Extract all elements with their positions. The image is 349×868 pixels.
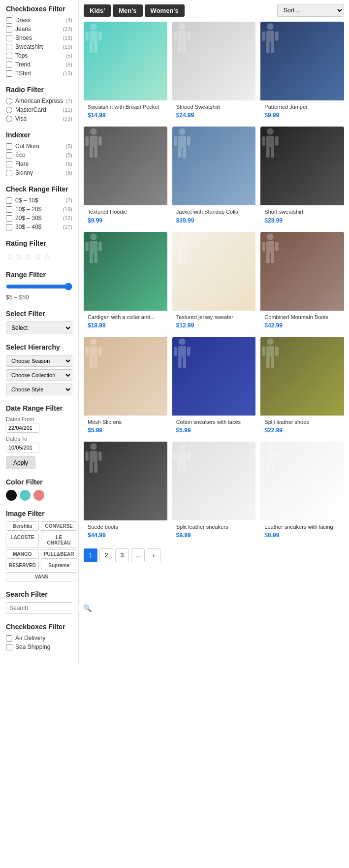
- product-card[interactable]: Sweatshirt with Breast Pocket$14.99: [84, 22, 167, 122]
- star-2[interactable]: ☆: [15, 251, 23, 262]
- hierarchy-select-1[interactable]: Choose CollectionCollection 1Collection …: [6, 369, 72, 381]
- product-image: [172, 337, 256, 416]
- checkboxes-filter2-section: Checkboxes Filter Air Delivery Sea Shipp…: [6, 623, 72, 650]
- checkbox-item[interactable]: TShirt (13): [6, 70, 72, 77]
- product-card[interactable]: Leather sneakers with lacing$8.99: [260, 442, 344, 542]
- brand-supreme[interactable]: Supreme: [41, 561, 77, 570]
- product-card[interactable]: Jacket with Standup Collar$39.99: [172, 127, 256, 226]
- search-input[interactable]: [9, 605, 83, 611]
- star-3[interactable]: ☆: [25, 251, 32, 262]
- brand-reserved[interactable]: RESERVED: [6, 561, 39, 570]
- star-4[interactable]: ☆: [34, 251, 42, 262]
- checkbox-input[interactable]: [6, 170, 12, 176]
- product-card[interactable]: Suede boots$44.99: [84, 442, 167, 542]
- product-card[interactable]: Combined Mountain Boots$42.99: [260, 232, 344, 332]
- checkbox-input[interactable]: [6, 17, 12, 24]
- checkbox-input[interactable]: [6, 644, 12, 650]
- checkbox-input[interactable]: [6, 224, 12, 230]
- color-swatch-pink[interactable]: [33, 490, 44, 501]
- checkbox-input[interactable]: [6, 635, 12, 642]
- checkbox-input[interactable]: [6, 161, 12, 167]
- product-name: Jacket with Standup Collar: [176, 208, 252, 215]
- page-btn-3[interactable]: 3: [115, 548, 129, 562]
- brand-vans[interactable]: VANS: [6, 572, 77, 581]
- date-from-input[interactable]: [6, 423, 39, 433]
- product-card[interactable]: Textured Hoodie$9.99: [84, 127, 167, 226]
- product-name: Textured Hoodie: [88, 208, 163, 215]
- sort-dropdown[interactable]: Sort...Price: Low to HighPrice: High to …: [277, 4, 344, 17]
- checkbox-input[interactable]: [6, 53, 12, 59]
- checkbox-item[interactable]: Jeans (23): [6, 26, 72, 32]
- checkbox-input[interactable]: [6, 206, 12, 213]
- brand-bershka[interactable]: Bershka: [6, 521, 39, 531]
- checkbox-item[interactable]: Dress (4): [6, 17, 72, 24]
- radio-input[interactable]: [6, 116, 12, 122]
- checkbox-input[interactable]: [6, 197, 12, 204]
- checkbox-input[interactable]: [6, 143, 12, 150]
- checkbox-item[interactable]: Sea Shipping: [6, 643, 72, 650]
- color-swatch-black[interactable]: [6, 490, 17, 501]
- apply-button[interactable]: Apply: [6, 456, 35, 469]
- brand-mango[interactable]: MANGO: [6, 549, 39, 559]
- svg-rect-46: [174, 242, 177, 251]
- product-card[interactable]: Split leather sneakers$9.99: [172, 442, 256, 542]
- checkbox-input[interactable]: [6, 152, 12, 159]
- star-5[interactable]: ☆: [43, 251, 51, 262]
- tab-mens[interactable]: Men's: [113, 4, 142, 17]
- page-next-btn[interactable]: ›: [147, 548, 160, 562]
- svg-rect-80: [178, 461, 182, 473]
- rating-stars[interactable]: ☆ ☆ ☆ ☆ ☆: [6, 251, 72, 262]
- checkbox-item[interactable]: 20$ – 30$ (12): [6, 215, 72, 222]
- hierarchy-select-2[interactable]: Choose StyleStyle 1Style 2: [6, 384, 72, 395]
- checkbox-item[interactable]: Cut Mom (5): [6, 143, 72, 150]
- checkbox-input[interactable]: [6, 62, 12, 68]
- radio-item[interactable]: Visa (13): [6, 115, 72, 122]
- checkbox-item[interactable]: Sweatshirt (13): [6, 43, 72, 50]
- brand-converse[interactable]: CONVERSE: [41, 521, 77, 531]
- product-card[interactable]: Textured jersey sweater$12.99: [172, 232, 256, 332]
- checkbox-item[interactable]: Tops (5): [6, 52, 72, 59]
- checkbox-item[interactable]: 10$ – 20$ (19): [6, 206, 72, 213]
- checkbox-item[interactable]: 0$ – 10$ (7): [6, 197, 72, 204]
- svg-rect-51: [271, 252, 275, 263]
- checkbox-item[interactable]: Flare (6): [6, 161, 72, 167]
- checkbox-item[interactable]: Skinny (8): [6, 169, 72, 176]
- range-slider[interactable]: [6, 283, 72, 290]
- checkbox-input[interactable]: [6, 215, 12, 222]
- brand-le-chateau[interactable]: LE CHATEAU: [41, 533, 77, 547]
- page-btn-1[interactable]: 1: [84, 548, 97, 562]
- date-to-input[interactable]: [6, 443, 39, 452]
- checkbox-item[interactable]: Air Delivery: [6, 635, 72, 642]
- page-btn-2[interactable]: 2: [99, 548, 113, 562]
- checkbox-item[interactable]: Trend (6): [6, 61, 72, 68]
- checkbox-input[interactable]: [6, 35, 12, 41]
- radio-input[interactable]: [6, 107, 12, 113]
- checkbox-input[interactable]: [6, 70, 12, 77]
- radio-item[interactable]: MasterCard (11): [6, 106, 72, 113]
- radio-item[interactable]: American Express (7): [6, 97, 72, 104]
- product-card[interactable]: Striped Sweatshirt$24.99: [172, 22, 256, 122]
- tab-womens[interactable]: Women's: [145, 4, 185, 17]
- checkbox-item[interactable]: Eco (5): [6, 152, 72, 159]
- checkbox-item[interactable]: Shoes (13): [6, 34, 72, 41]
- product-card[interactable]: Cotton sneakers with laces$5.99: [172, 337, 256, 437]
- star-1[interactable]: ☆: [6, 251, 14, 262]
- svg-rect-61: [178, 346, 186, 357]
- product-card[interactable]: Split leather shoes$22.99: [260, 337, 344, 437]
- color-swatch-teal[interactable]: [20, 490, 31, 501]
- select-filter-dropdown[interactable]: SelectOption 1Option 2Option 3: [6, 321, 72, 334]
- tab-kids[interactable]: Kids': [84, 4, 111, 17]
- svg-rect-64: [174, 347, 177, 356]
- product-card[interactable]: Short sweatshirt$28.99: [260, 127, 344, 226]
- brand-lacoste[interactable]: LACOSTE: [6, 533, 39, 547]
- checkbox-item[interactable]: 30$ – 40$ (17): [6, 224, 72, 230]
- page-btn-...[interactable]: ...: [131, 548, 145, 562]
- brand-pull&bear[interactable]: PULL&BEAR: [41, 549, 77, 559]
- product-card[interactable]: Mesh Slip ons$5.99: [84, 337, 167, 437]
- product-card[interactable]: Cardigan with a collar and...$18.99: [84, 232, 167, 332]
- hierarchy-select-0[interactable]: Choose SeasonSpringSummerAutumnWinter: [6, 355, 72, 367]
- radio-input[interactable]: [6, 98, 12, 104]
- checkbox-input[interactable]: [6, 44, 12, 50]
- product-card[interactable]: Patterned Jumper$9.99: [260, 22, 344, 122]
- checkbox-input[interactable]: [6, 26, 12, 32]
